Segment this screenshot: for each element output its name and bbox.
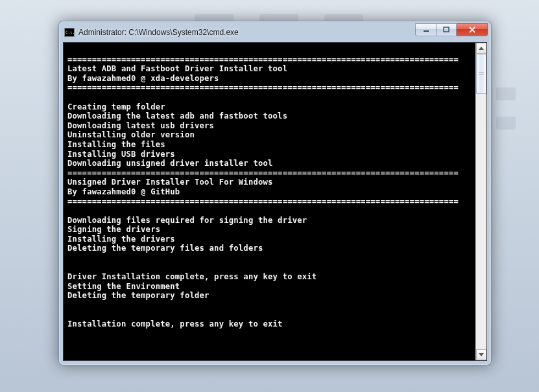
chevron-down-icon (479, 353, 484, 356)
maximize-button[interactable] (436, 23, 457, 36)
client-area: ========================================… (63, 42, 487, 361)
titlebar[interactable]: C:\. Administrator: C:\Windows\System32\… (63, 25, 487, 42)
scroll-thumb[interactable] (476, 54, 486, 94)
maximize-icon (443, 27, 449, 33)
close-icon (468, 27, 476, 33)
vertical-scrollbar[interactable] (475, 43, 486, 360)
minimize-button[interactable] (415, 23, 436, 36)
cmd-icon: C:\. (64, 28, 75, 37)
window-controls (415, 23, 488, 36)
cmd-window: C:\. Administrator: C:\Windows\System32\… (58, 21, 492, 365)
chevron-up-icon (479, 47, 484, 50)
scroll-up-button[interactable] (476, 43, 486, 54)
close-button[interactable] (457, 23, 488, 36)
scroll-track[interactable] (476, 54, 486, 349)
console-output[interactable]: ========================================… (64, 43, 475, 360)
svg-rect-1 (444, 27, 449, 32)
svg-rect-0 (424, 30, 429, 32)
scroll-down-button[interactable] (476, 349, 486, 360)
minimize-icon (423, 27, 429, 33)
cmd-icon-label: C:\. (66, 30, 75, 34)
